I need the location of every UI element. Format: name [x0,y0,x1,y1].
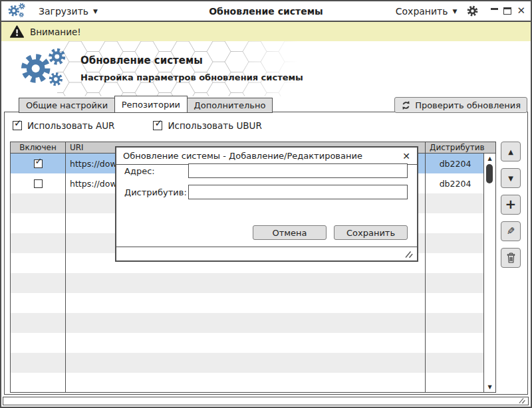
title-bar: Загрузить ▼ Обновление системы Сохранить… [1,1,531,22]
warning-text: Внимание! [30,27,81,37]
move-down-button[interactable]: ▼ [501,168,521,188]
empty-table-row[interactable] [11,293,485,313]
plus-icon: + [505,196,517,212]
tab-label: Общие настройки [26,100,108,110]
app-logo-gears-icon [7,3,27,19]
empty-table-row[interactable] [11,373,485,392]
check-icon: ✓ [154,118,162,128]
down-arrow-icon: ▼ [508,175,513,182]
scrollbar-thumb[interactable] [486,164,493,183]
tab-repositories[interactable]: Репозитории [114,96,188,113]
save-menu-label: Сохранить [396,6,448,17]
maximize-button[interactable] [503,7,511,15]
address-label: Адрес: [124,166,155,176]
address-input[interactable] [188,163,408,178]
window-resize-grip-icon[interactable] [518,397,526,404]
minimize-button[interactable] [491,8,498,10]
check-icon: ✓ [14,118,22,128]
resize-grip-icon[interactable] [404,251,414,258]
warning-triangle-icon [10,25,24,39]
row-distro: db2204 [426,173,485,193]
edit-repository-dialog: Обновление системы - Добавление/Редактир… [115,146,418,262]
check-updates-button[interactable]: Проверить обновления [394,97,527,113]
hexagon-pattern [57,41,298,96]
page-title: Обновление системы [80,54,203,66]
dialog-title-bar: Обновление системы - Добавление/Редактир… [116,148,417,165]
cancel-button[interactable]: Отмена [253,225,327,240]
up-arrow-icon: ▲ [508,148,513,155]
status-bar [3,397,529,405]
use-ubur-label: Использовать UBUR [168,120,261,131]
edit-repository-button[interactable]: ✎ [501,221,521,241]
load-menu[interactable]: Загрузить ▼ [39,6,98,17]
scroll-down-icon[interactable]: ▼ [484,385,495,390]
check-updates-label: Проверить обновления [415,100,521,110]
empty-table-row[interactable] [11,313,485,333]
load-menu-label: Загрузить [39,6,88,17]
tab-label: Репозитории [122,100,180,110]
empty-table-row[interactable] [11,273,485,293]
distro-label: Дистрибутив: [124,187,187,197]
use-ubur-checkbox[interactable]: ✓ [153,121,162,130]
table-vertical-scrollbar[interactable]: ▲ ▼ [483,153,495,392]
column-header-enabled: Включен [11,142,66,153]
pencil-icon: ✎ [507,225,515,237]
settings-gear-icon[interactable] [466,5,479,17]
tab-advanced[interactable]: Дополнительно [187,98,273,113]
refresh-icon [401,100,411,110]
dialog-title: Обновление системы - Добавление/Редактир… [123,151,402,161]
warning-banner: Внимание! [1,22,531,41]
use-ubur-option: ✓ Использовать UBUR [153,120,261,131]
distro-input[interactable] [188,185,408,199]
scroll-up-icon[interactable]: ▲ [484,156,495,161]
column-header-distro: Дистрибутив [426,142,495,153]
save-button[interactable]: Сохранить [334,225,408,240]
check-icon: ✓ [35,156,43,166]
row-enabled-checkbox[interactable]: ✓ [34,159,43,168]
dialog-close-icon[interactable]: ✕ [402,151,410,161]
page-subtitle: Настройка параметров обновления системы [80,72,303,82]
use-aur-option: ✓ Использовать AUR [13,120,114,131]
row-distro: db2204 [426,153,485,173]
chevron-down-icon: ▼ [453,8,458,15]
dialog-footer [116,247,417,260]
delete-repository-button[interactable] [501,248,521,268]
close-window-button[interactable]: ✕ [517,6,525,16]
app-window: Загрузить ▼ Обновление системы Сохранить… [0,0,532,408]
page-header: Обновление системы Настройка параметров … [1,41,531,96]
row-enabled-checkbox[interactable] [34,179,43,188]
empty-table-row[interactable] [11,333,485,353]
header-gears-icon [16,47,70,91]
tab-label: Дополнительно [194,100,266,110]
move-up-button[interactable]: ▲ [501,142,521,161]
trash-icon [507,253,515,263]
save-menu[interactable]: Сохранить ▼ [396,6,458,17]
tab-bar: Общие настройки Репозитории Дополнительн… [19,96,273,113]
empty-table-row[interactable] [11,353,485,373]
use-aur-checkbox[interactable]: ✓ [13,121,22,130]
add-repository-button[interactable]: + [501,195,521,215]
tab-general-settings[interactable]: Общие настройки [19,98,115,113]
use-aur-label: Использовать AUR [27,120,114,131]
chevron-down-icon: ▼ [93,8,98,15]
